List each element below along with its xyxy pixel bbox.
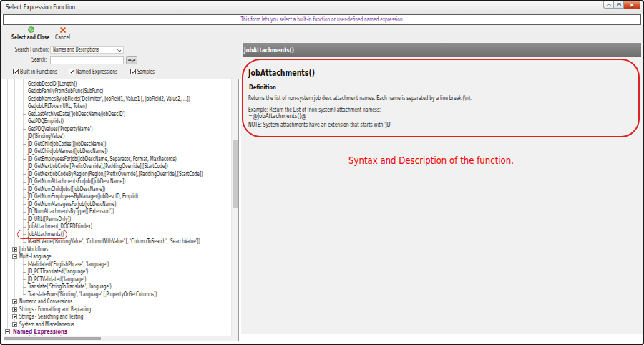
- tree-item[interactable]: JD_GetNumAttachmentsForJob([JobDescName]…: [4, 178, 231, 185]
- tree-item[interactable]: JD_GetNextJobCode([PrefixOverride],[Padd…: [4, 162, 231, 170]
- search-input[interactable]: [50, 56, 124, 64]
- tree-item[interactable]: JD_PCTValidated('language'): [4, 276, 231, 283]
- tree-item-label: JD_PCTTranslated('language'): [28, 268, 88, 275]
- tree-item-label: JD_GetNextJobCodeByRegion(Region,[Prefix…: [28, 171, 203, 178]
- tree-item[interactable]: Strings - Searching and Testing: [4, 313, 231, 321]
- tree-item[interactable]: JD_GetNumManagersForJob(JobDescName): [4, 200, 231, 208]
- search-function-dropdown[interactable]: Names and Descriptions: [50, 46, 124, 54]
- tree-rows: GetJobDescID([Length])GetJobFamilyFromSu…: [4, 80, 231, 341]
- select-and-close-button[interactable]: Select and Close: [11, 26, 50, 41]
- tree-item[interactable]: GetJobURLToken(URL, Token): [4, 102, 231, 110]
- tree-item-label: JD_NumAttachmentsByType(['Extension']): [28, 208, 114, 215]
- expand-icon[interactable]: [12, 299, 17, 304]
- expand-icon[interactable]: [12, 307, 17, 312]
- tree-connector: [23, 212, 26, 213]
- tree-item[interactable]: JD_PCTTranslated('language'): [4, 268, 231, 276]
- samples-label: Samples: [137, 69, 162, 75]
- maximize-button[interactable]: [614, 1, 624, 9]
- filter-checkboxes: Built-in Functions Named Expressions Sam…: [1, 68, 241, 75]
- function-title: JobAttachments(): [248, 67, 315, 78]
- hscroll-thumb[interactable]: [4, 337, 101, 340]
- tree-connector: [23, 197, 26, 198]
- tree-item[interactable]: JD_NumAttachmentsByType(['Extension']): [4, 208, 231, 215]
- cancel-button[interactable]: Cancel: [55, 26, 71, 41]
- tree-item-label: JD_URL([ParmsOnly]): [28, 216, 71, 223]
- red-circle-annotation: [17, 230, 67, 239]
- tree-item-label: GetJobURLToken(URL, Token): [28, 103, 87, 110]
- tree-item-label: GetLastArchiveDate('JobDescName/JobDescI…: [28, 111, 125, 117]
- tree-item[interactable]: Numeric and Conversions: [4, 298, 231, 306]
- tree-item[interactable]: JobAttachments(): [4, 230, 231, 238]
- tree-connector: [23, 152, 26, 152]
- tree-item[interactable]: Job Workflows: [4, 246, 231, 253]
- tree-item[interactable]: JD_GetNumChildJobs([JobDescName]): [4, 185, 231, 193]
- tree-item[interactable]: JD_GetNextJobCodeByRegion(Region,[Prefix…: [4, 170, 231, 178]
- samples-checkbox[interactable]: [130, 69, 136, 74]
- tree-item[interactable]: MaxBLValue('BindingValue', 'ColumnWithVa…: [4, 238, 231, 246]
- tree-item[interactable]: JD_GetEmployeesForJob(JobDescName, Separ…: [4, 155, 231, 163]
- collapse-icon[interactable]: [12, 254, 17, 259]
- tree-item[interactable]: GetJobDescID([Length]): [4, 80, 231, 88]
- scrollbar-corner: [231, 335, 238, 341]
- tree-item-label: JD_GetChildJobCodes([JobDescName]): [28, 141, 106, 147]
- tree-item[interactable]: Translate('StringToTranslate', 'language…: [4, 283, 231, 291]
- builtin-functions-label: Built-in Functions: [20, 69, 69, 75]
- details-header-bar: JobAttachments(): [243, 43, 641, 57]
- cancel-label: Cancel: [55, 34, 70, 41]
- tree-horizontal-scrollbar[interactable]: [4, 336, 231, 341]
- tree-item[interactable]: JD_GetChildJobCodes([JobDescName]): [4, 140, 231, 148]
- tree-item[interactable]: GetJobFamilyFromSubFunc(SubFunc): [4, 87, 231, 95]
- info-banner: This form lets you select a built-in fun…: [3, 14, 641, 25]
- named-expressions-checkbox[interactable]: [69, 69, 74, 74]
- tree-item-label: JobAttachment_DOCPDF(index): [28, 223, 92, 230]
- tree-item-label: TranslateRows('Binding', 'Language' [,Pr…: [28, 291, 157, 298]
- tree-item-label: IsValidated('EnglishPhrase', 'language'): [28, 261, 109, 268]
- tree-item[interactable]: JD_GetChildJobNames([JobDescName]): [4, 147, 231, 155]
- tree-connector: [23, 144, 26, 145]
- tree-connector: [23, 242, 26, 243]
- tree-item[interactable]: TranslateRows('Binding', 'Language' [,Pr…: [4, 291, 231, 298]
- tree-connector: [23, 84, 26, 84]
- tree-item[interactable]: Strings - Formatting and Replacing: [4, 306, 231, 314]
- tree-item[interactable]: JD_URL([ParmsOnly]): [4, 215, 231, 223]
- tree-connector: [23, 227, 26, 228]
- expand-icon[interactable]: [12, 314, 17, 319]
- tree-connector: [23, 294, 26, 295]
- tree-item-label: Strings - Searching and Testing: [19, 314, 83, 320]
- tree-connector: [23, 114, 26, 115]
- vscroll-thumb[interactable]: [233, 140, 238, 208]
- tree-connector: [23, 137, 26, 137]
- tree-item[interactable]: GetPDQEmplids(): [4, 117, 231, 125]
- cancel-x-icon: [60, 26, 67, 33]
- search-go-button[interactable]: =>: [126, 56, 137, 64]
- tree-connector: [23, 99, 26, 99]
- function-tree: GetJobDescID([Length])GetJobFamilyFromSu…: [4, 79, 239, 341]
- tree-item[interactable]: GetJobNamesByJobFields('Delimiter', JobF…: [4, 95, 231, 103]
- tree-connector: [23, 159, 26, 160]
- tree-item-label: System and Miscellaneous: [19, 321, 74, 328]
- tree-connector: [23, 167, 26, 167]
- collapse-icon[interactable]: [5, 329, 10, 334]
- tree-item[interactable]: Multi-Language: [4, 253, 231, 261]
- expand-icon[interactable]: [12, 322, 17, 327]
- close-button[interactable]: ✖: [624, 1, 640, 9]
- definition-heading: Definition: [249, 84, 276, 91]
- tree-item-label: JD_GetNextJobCode([PrefixOverride],[Padd…: [28, 163, 168, 170]
- tree-item-label: GetJobNamesByJobFields('Delimiter', JobF…: [28, 96, 190, 102]
- tree-vertical-scrollbar[interactable]: [231, 79, 238, 335]
- tree-connector: [23, 174, 26, 175]
- tree-connector: [23, 287, 26, 288]
- tree-item[interactable]: GetPDQValues('PropertyName'): [4, 125, 231, 133]
- tree-item[interactable]: JD('BindingValue'): [4, 132, 231, 140]
- tree-connector: [23, 122, 26, 122]
- tree-item[interactable]: GetLastArchiveDate('JobDescName/JobDescI…: [4, 110, 231, 118]
- title-bar[interactable]: Select Expression Function: [1, 1, 643, 14]
- tree-item[interactable]: JD_GetNumEmployeesByManager(JobDescID, E…: [4, 193, 231, 200]
- tree-item[interactable]: System and Miscellaneous: [4, 321, 231, 329]
- minimize-button[interactable]: [603, 1, 614, 9]
- tree-item[interactable]: JobAttachment_DOCPDF(index): [4, 223, 231, 230]
- tree-item[interactable]: IsValidated('EnglishPhrase', 'language'): [4, 261, 231, 268]
- annotation-caption: Syntax and Description of the function.: [348, 155, 514, 166]
- builtin-functions-checkbox[interactable]: [13, 69, 19, 74]
- expand-icon[interactable]: [12, 247, 17, 252]
